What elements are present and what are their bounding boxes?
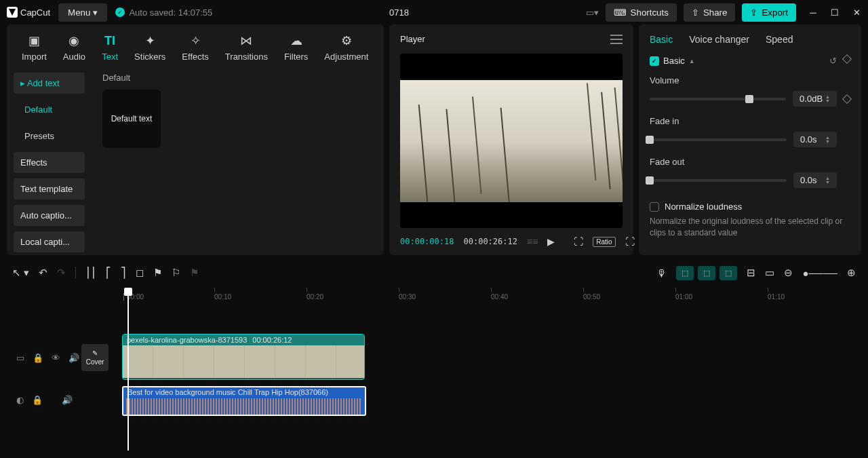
undo-icon[interactable]: ↶ xyxy=(39,267,47,279)
player-viewport[interactable] xyxy=(400,54,623,228)
player-panel: Player 00:00:00:18 00:00:26:12 ≡≡ ▶ ⛶ Ra… xyxy=(389,24,633,255)
reset-icon[interactable]: ↺ xyxy=(829,56,837,66)
audio-track-icon[interactable]: ◐ xyxy=(16,395,24,405)
text-presets-area: Default Default text xyxy=(92,64,384,261)
trim-left-icon[interactable]: ⎡ xyxy=(106,267,111,279)
tab-stickers[interactable]: ✦Stickers xyxy=(127,30,172,64)
play-icon[interactable]: ▶ xyxy=(547,236,555,247)
zoom-slider[interactable]: ●──── xyxy=(802,267,837,279)
fade-out-slider[interactable] xyxy=(650,179,787,182)
timeline-ruler[interactable]: 00:00 00:10 00:20 00:30 00:40 00:50 01:0… xyxy=(115,288,861,307)
align-icon[interactable]: ⊟ xyxy=(747,267,755,279)
playhead[interactable] xyxy=(127,288,129,451)
tab-text[interactable]: TIText xyxy=(95,30,125,64)
mic-icon[interactable]: 🎙 xyxy=(656,267,667,279)
timeline[interactable]: 00:00 00:10 00:20 00:30 00:40 00:50 01:0… xyxy=(7,288,861,415)
sidebar-default[interactable]: Default xyxy=(14,99,85,120)
inspector-panel: Basic Voice changer Speed ✓ Basic ▲ ↺ Vo… xyxy=(639,24,861,255)
export-icon: ⇪ xyxy=(750,7,757,18)
video-clip[interactable]: pexels-karolina-grabowska-8371593 00:00:… xyxy=(122,334,365,380)
close-icon[interactable]: ✕ xyxy=(852,7,861,17)
track-collapse-icon[interactable]: ▭ xyxy=(16,353,24,363)
fade-in-value[interactable]: 0.0s▲▼ xyxy=(793,132,837,147)
tab-basic-inspector[interactable]: Basic xyxy=(650,34,673,45)
fullscreen-icon[interactable]: ⛶ xyxy=(625,236,635,247)
sidebar-presets[interactable]: Presets xyxy=(14,126,85,147)
filters-icon: ☁ xyxy=(288,33,304,49)
track-mute-icon[interactable]: 🔊 xyxy=(68,353,79,363)
redo-icon[interactable]: ↷ xyxy=(57,267,66,279)
audio-mute-icon[interactable]: 🔊 xyxy=(62,395,73,405)
snap-1-icon[interactable]: ⬚ xyxy=(676,266,694,280)
basic-toggle-icon[interactable]: ✓ xyxy=(650,56,659,66)
compare-icon[interactable]: ≡≡ xyxy=(527,236,538,247)
preview-canvas xyxy=(400,80,623,202)
sidebar-auto-captions[interactable]: Auto captio... xyxy=(14,205,85,226)
aspect-ratio-icon[interactable]: ▭▾ xyxy=(586,7,599,18)
total-time: 00:00:26:12 xyxy=(463,237,517,246)
split-icon[interactable]: ⎮⎮ xyxy=(85,267,96,279)
player-controls: 00:00:00:18 00:00:26:12 ≡≡ ▶ ⛶ Ratio ⛶ xyxy=(389,228,633,255)
normalize-checkbox[interactable] xyxy=(650,202,659,212)
marker-out-icon[interactable]: ⚐ xyxy=(172,267,180,279)
crop-tool-icon[interactable]: ◻ xyxy=(136,267,144,279)
app-logo: CapCut xyxy=(7,7,50,18)
tab-import[interactable]: ▣Import xyxy=(15,30,54,64)
player-menu-icon[interactable] xyxy=(610,35,623,44)
select-tool-icon[interactable]: ↖ ▾ xyxy=(12,267,29,279)
sidebar-local-captions[interactable]: Local capti... xyxy=(14,231,85,252)
sidebar-add-text[interactable]: ▸ Add text xyxy=(14,73,85,94)
fade-out-value[interactable]: 0.0s▲▼ xyxy=(793,172,837,188)
volume-slider[interactable] xyxy=(650,98,786,100)
fade-out-label: Fade out xyxy=(650,157,850,167)
player-header: Player xyxy=(389,24,633,54)
track-lock-icon[interactable]: 🔒 xyxy=(33,353,43,363)
menu-button[interactable]: Menu ▾ xyxy=(58,3,107,22)
tab-transitions[interactable]: ⋈Transitions xyxy=(218,30,275,64)
flag-icon[interactable]: ⚑ xyxy=(190,267,199,279)
volume-keyframe-icon[interactable] xyxy=(842,94,852,103)
volume-value[interactable]: 0.0dB▲▼ xyxy=(793,91,837,107)
autosave-status: ✓ Auto saved: 14:07:55 xyxy=(115,7,212,18)
share-button[interactable]: ⇧ Share xyxy=(684,3,736,22)
snap-3-icon[interactable]: ⬚ xyxy=(719,266,737,280)
cover-button[interactable]: ✎ Cover xyxy=(81,344,108,371)
track-visibility-icon[interactable]: 👁 xyxy=(52,353,60,363)
minimize-icon[interactable]: ─ xyxy=(808,7,818,17)
tab-speed[interactable]: Speed xyxy=(766,34,793,45)
default-text-preset[interactable]: Default text xyxy=(102,90,161,148)
tab-audio[interactable]: ◉Audio xyxy=(56,30,92,64)
preview-toggle-icon[interactable]: ▭ xyxy=(765,267,774,279)
keyframe-icon[interactable] xyxy=(842,54,852,64)
tab-adjustment[interactable]: ⚙Adjustment xyxy=(317,30,375,64)
sidebar-text-template[interactable]: Text template xyxy=(14,178,85,199)
marker-in-icon[interactable]: ⚑ xyxy=(153,267,162,279)
audio-clip[interactable]: Best for video background music Chill Tr… xyxy=(122,386,366,416)
adjustment-icon: ⚙ xyxy=(338,33,355,49)
video-track-controls: ▭ 🔒 👁 🔊 xyxy=(7,353,81,363)
tab-effects[interactable]: ✧Effects xyxy=(175,30,216,64)
crop-icon[interactable]: ⛶ xyxy=(574,236,583,247)
tab-filters[interactable]: ☁Filters xyxy=(277,30,315,64)
text-icon: TI xyxy=(102,33,118,49)
ruler-tick: 00:30 xyxy=(399,293,416,301)
zoom-in-icon[interactable]: ⊕ xyxy=(847,267,856,279)
shortcuts-button[interactable]: ⌨ Shortcuts xyxy=(606,3,677,22)
chevron-up-icon[interactable]: ▲ xyxy=(689,58,695,64)
maximize-icon[interactable]: ☐ xyxy=(830,7,840,17)
zoom-out-icon[interactable]: ⊖ xyxy=(784,267,793,279)
normalize-row: Normalize loudness xyxy=(650,202,850,212)
export-button[interactable]: ⇪ Export xyxy=(742,3,796,22)
audio-lock-icon[interactable]: 🔒 xyxy=(32,395,43,405)
trim-right-icon[interactable]: ⎤ xyxy=(121,267,126,279)
transitions-icon: ⋈ xyxy=(238,33,254,49)
audio-waveform xyxy=(126,398,362,415)
fade-in-label: Fade in xyxy=(650,116,850,126)
tab-voice-changer[interactable]: Voice changer xyxy=(689,34,749,45)
sidebar-effects[interactable]: Effects xyxy=(14,152,85,173)
section-label: Basic xyxy=(663,56,685,66)
inspector-tabs: Basic Voice changer Speed xyxy=(650,34,850,45)
snap-2-icon[interactable]: ⬚ xyxy=(698,266,715,280)
ratio-button[interactable]: Ratio xyxy=(593,237,615,247)
fade-in-slider[interactable] xyxy=(650,138,787,141)
